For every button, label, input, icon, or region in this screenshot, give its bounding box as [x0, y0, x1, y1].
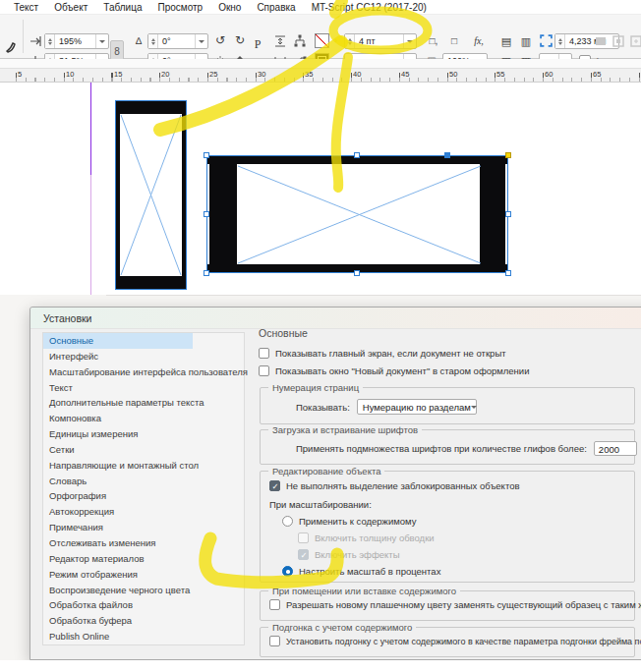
live-corner-handle[interactable]	[505, 152, 511, 158]
glyph-count-input[interactable]: 2000	[594, 441, 637, 456]
sidebar-item[interactable]: Текст	[43, 380, 193, 396]
chevron-down-icon[interactable]	[195, 34, 207, 48]
numbering-label: Показывать:	[296, 402, 350, 413]
sidebar-item[interactable]: Орфография	[43, 488, 193, 504]
sidebar-item[interactable]: Автокоррекция	[43, 504, 193, 520]
spinner[interactable]	[555, 34, 565, 48]
include-stroke-checkbox[interactable]	[298, 532, 309, 543]
sidebar-item[interactable]: Редактор материалов	[43, 551, 193, 567]
include-effects-checkbox[interactable]	[298, 549, 309, 560]
selection-handle[interactable]	[505, 270, 511, 276]
selection-handle[interactable]	[354, 152, 360, 158]
graphic-frame-vertical[interactable]	[115, 100, 187, 290]
distribute-vertical-icon[interactable]	[273, 34, 287, 48]
include-stroke-row: Включить толщину обводки	[298, 532, 435, 543]
menu-item[interactable]: Просмотр	[149, 2, 210, 13]
graphic-frame-horizontal[interactable]	[206, 155, 508, 273]
wrap-bounding-icon[interactable]: ▥	[519, 34, 533, 48]
ruler-number: 65	[593, 70, 601, 79]
fit-frame-icon	[612, 34, 625, 48]
legacy-new-doc-checkbox[interactable]	[259, 365, 269, 376]
spinner[interactable]	[148, 34, 158, 48]
spinner[interactable]	[45, 34, 55, 48]
selection-handle-solid[interactable]	[444, 152, 450, 158]
rotate-cw-icon[interactable]: ↻	[232, 33, 248, 47]
corner-options-icon[interactable]: □,	[425, 34, 442, 48]
sidebar-item[interactable]: Словарь	[43, 474, 193, 489]
checkbox-label: Разрешать новому плашечному цвету заменя…	[286, 599, 641, 610]
stroke-color-none-swatch[interactable]	[315, 33, 329, 48]
selection-handle[interactable]	[204, 152, 209, 158]
checkbox-label: Не выполнять выделение заблокированных о…	[286, 480, 519, 491]
selection-handle[interactable]	[354, 270, 360, 276]
sidebar-item[interactable]: Направляющие и монтажный стол	[43, 458, 193, 474]
numbering-select[interactable]: Нумерацию по разделам	[357, 399, 477, 415]
menu-item[interactable]: Объект	[46, 2, 95, 13]
sidebar-item[interactable]: Publish Online	[43, 629, 193, 644]
frame-border-band	[116, 113, 120, 278]
sidebar-item[interactable]: Обработка буфера	[43, 613, 193, 629]
radio-label: Применить к содержимому	[299, 516, 416, 527]
ruler-number: 15	[114, 70, 122, 79]
scale-x-field[interactable]: 195%	[44, 33, 109, 49]
group-legend: Редактирование объекта	[268, 466, 384, 476]
sidebar-item[interactable]: Интерфейс	[43, 349, 193, 364]
sidebar-item[interactable]: Воспроизведение черного цвета	[43, 583, 193, 598]
sidebar-item[interactable]: Единицы измерения	[43, 426, 193, 442]
dialog-title-bar[interactable]: Установки	[30, 308, 641, 329]
show-home-screen-checkbox[interactable]	[259, 348, 269, 359]
preferences-dialog: Установки ОсновныеИнтерфейсМасштабирован…	[29, 307, 641, 660]
menu-item[interactable]: MT-Script CC12 (2017-20)	[304, 2, 435, 13]
legacy-new-doc-row: Показывать окно "Новый документ" в старо…	[259, 365, 529, 376]
sidebar-item[interactable]: Обработка файлов	[43, 597, 193, 613]
selection-handle[interactable]	[204, 270, 209, 276]
no-lock-select-checkbox[interactable]	[269, 480, 280, 491]
group-legend: Подгонка с учетом содержимого	[268, 622, 416, 633]
chevron-down-icon[interactable]	[95, 34, 108, 48]
selection-handle[interactable]	[204, 211, 209, 217]
selection-handle[interactable]	[505, 211, 511, 217]
rotate-ccw-icon[interactable]: ↺	[212, 33, 228, 47]
default-fit-checkbox[interactable]	[269, 636, 280, 646]
sidebar-item[interactable]: Дополнительные параметры текста	[43, 395, 193, 411]
gap-field[interactable]: 4,233 мм	[554, 33, 619, 49]
frame-border-band	[209, 162, 237, 266]
horizontal-ruler[interactable]: 5101520253035404550556065	[0, 69, 641, 83]
align-tree-icon[interactable]	[293, 34, 307, 48]
scaling-label: При масштабировании:	[269, 499, 372, 510]
menu-item[interactable]: Текст	[6, 2, 46, 13]
scaling-label-row: При масштабировании:	[269, 499, 372, 510]
rotation-angle-field[interactable]: 0°	[147, 33, 208, 49]
sidebar-item[interactable]: Сетки	[43, 442, 193, 458]
menu-item[interactable]: Окно	[210, 2, 249, 13]
apply-to-content-radio[interactable]	[282, 516, 293, 527]
no-lock-select-row: Не выполнять выделение заблокированных о…	[269, 480, 519, 491]
gap-value: 4,233 мм	[565, 36, 618, 46]
sidebar-item[interactable]: Примечания	[43, 520, 193, 535]
separator	[23, 20, 24, 53]
paragraph-style-icon[interactable]: P	[250, 37, 265, 51]
stroke-flyout-arrow-icon[interactable]: ›	[331, 33, 340, 48]
sidebar-item[interactable]: Отслеживать изменения	[43, 535, 193, 551]
adjust-percent-radio[interactable]	[282, 566, 293, 577]
sidebar-item[interactable]: Основные	[43, 333, 193, 349]
stroke-weight-field[interactable]: 4 пт	[344, 33, 417, 49]
frame-border-band	[116, 101, 186, 114]
chevron-down-icon[interactable]	[403, 34, 416, 48]
sidebar-item[interactable]: Масштабирование интерфейса пользователя	[43, 364, 193, 380]
sidebar-item[interactable]: Компоновка	[43, 411, 193, 426]
menu-item[interactable]: Справка	[249, 2, 303, 13]
ruler-guide-lower[interactable]	[90, 175, 91, 295]
spot-color-checkbox[interactable]	[269, 599, 280, 610]
ruler-guide-upper[interactable]	[90, 83, 91, 175]
corner-shape-icon[interactable]: □	[447, 34, 461, 48]
effects-fx-icon[interactable]: fx,	[470, 34, 488, 48]
dialog-title: Установки	[43, 312, 91, 324]
chevron-down-icon	[471, 400, 477, 414]
wrap-none-icon[interactable]: ▤	[499, 34, 513, 48]
spinner[interactable]	[345, 34, 355, 48]
menu-item[interactable]: Таблица	[95, 2, 149, 13]
frame-border-band	[480, 162, 505, 266]
adjust-percent-row: Настроить масштаб в процентах	[282, 566, 440, 577]
sidebar-item[interactable]: Режим отображения	[43, 567, 193, 583]
